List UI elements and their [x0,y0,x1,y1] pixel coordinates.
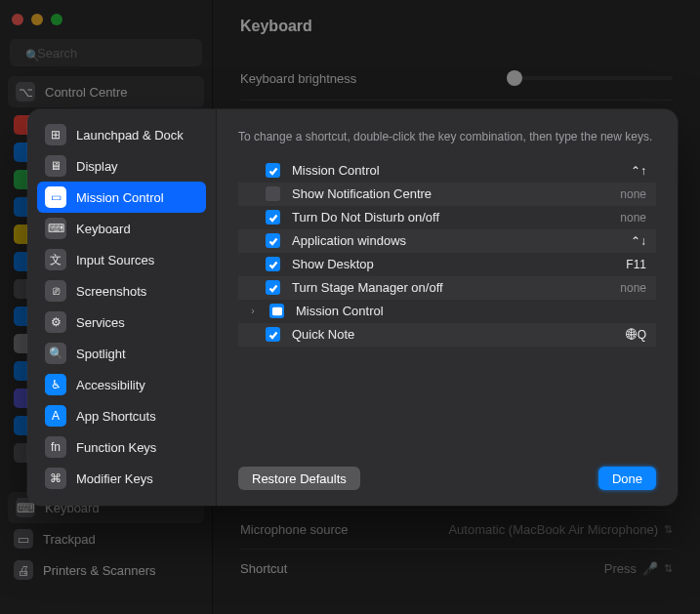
display-icon: 🖥 [45,155,66,177]
category-label: Screenshots [76,284,146,299]
shortcut-checkbox[interactable] [266,327,280,342]
shortcut-row[interactable]: Show DesktopF11 [238,253,656,276]
category-item-display[interactable]: 🖥Display [37,150,206,182]
setting-label: Microphone source [240,522,349,537]
category-label: Mission Control [76,190,164,205]
search-icon: 🔍 [25,49,40,62]
setting-label: Keyboard brightness [240,71,356,86]
accessibility-icon: ♿︎ [45,374,66,395]
category-item-accessibility[interactable]: ♿︎Accessibility [37,369,206,400]
shortcut-value[interactable]: ⌃↑ [631,164,646,178]
shortcut-checkbox[interactable] [266,280,280,295]
close-icon[interactable] [12,14,23,25]
category-label: Accessibility [76,378,145,392]
category-label: Display [76,159,118,174]
setting-value: Press [604,561,637,576]
category-label: App Shortcuts [76,409,156,424]
category-label: Modifier Keys [76,471,153,486]
setting-row-shortcut: Shortcut Press 🎤 ⇅ [240,550,673,588]
shortcut-value[interactable]: 🌐︎Q [626,328,646,342]
shortcut-checkbox[interactable] [266,163,280,178]
shortcut-checkbox[interactable] [266,210,280,225]
shortcut-value[interactable]: ⌃↓ [631,234,646,248]
shortcut-label: Mission Control [296,304,635,318]
shortcut-row[interactable]: Application windows⌃↓ [238,229,656,253]
shortcut-row[interactable]: ›Mission Control [238,300,656,323]
app-shortcuts-icon: A [45,405,66,427]
maximize-icon[interactable] [51,14,62,25]
shortcut-label: Turn Stage Manager on/off [292,280,608,295]
shortcut-value[interactable]: F11 [626,258,646,271]
category-item-spotlight[interactable]: 🔍Spotlight [37,338,206,369]
shortcut-checkbox[interactable] [266,257,280,271]
shortcut-label: Show Notification Centre [292,186,608,201]
category-item-screenshots[interactable]: ⎚Screenshots [37,275,206,307]
shortcut-label: Quick Note [292,327,614,342]
shortcut-label: Application windows [292,233,619,248]
mission-control-icon: ▭ [45,186,66,208]
svg-rect-0 [273,308,281,314]
launchpad-icon: ⊞ [45,124,66,145]
shortcuts-list: Mission Control⌃↑Show Notification Centr… [238,159,656,453]
chevron-updown-icon[interactable]: ⇅ [664,523,673,536]
minimize-icon[interactable] [31,14,43,25]
shortcut-label: Turn Do Not Disturb on/off [292,210,608,225]
chevron-updown-icon[interactable]: ⇅ [664,562,673,575]
shortcuts-main: To change a shortcut, double-click the k… [217,109,678,506]
shortcut-row[interactable]: Mission Control⌃↑ [238,159,656,183]
done-button[interactable]: Done [598,467,656,490]
category-label: Services [76,315,125,330]
sidebar-item-trackpad[interactable]: ▭ Trackpad [0,523,212,554]
shortcut-checkbox[interactable] [266,186,280,201]
shortcut-row[interactable]: Quick Note🌐︎Q [238,323,656,347]
shortcut-value[interactable]: none [620,211,646,225]
category-item-services[interactable]: ⚙Services [37,307,206,338]
shortcut-row[interactable]: Turn Do Not Disturb on/offnone [238,206,656,229]
keyboard-shortcuts-sheet: ⊞Launchpad & Dock🖥Display▭Mission Contro… [27,109,678,506]
shortcut-row[interactable]: Turn Stage Manager on/offnone [238,276,656,300]
shortcut-label: Show Desktop [292,257,614,271]
category-item-launchpad[interactable]: ⊞Launchpad & Dock [37,119,206,150]
category-item-input-sources[interactable]: 文Input Sources [37,244,206,275]
disclosure-icon[interactable]: › [248,306,258,316]
sidebar-item-label: Control Centre [45,85,128,100]
shortcut-value[interactable]: none [620,187,646,201]
category-label: Function Keys [76,440,156,455]
shortcut-value[interactable]: none [620,281,646,295]
brightness-slider[interactable] [507,68,673,88]
keyboard-icon: ⌨ [45,218,66,239]
services-icon: ⚙ [45,311,66,333]
category-item-keyboard[interactable]: ⌨Keyboard [37,213,206,244]
sidebar-item-printers[interactable]: 🖨 Printers & Scanners [0,554,212,586]
category-item-modifier-keys[interactable]: ⌘Modifier Keys [37,463,206,494]
category-label: Input Sources [76,253,154,267]
trackpad-icon: ▭ [14,529,33,549]
setting-row-mic: Microphone source Automatic (MacBook Air… [240,511,673,550]
setting-label: Shortcut [240,561,287,576]
shortcut-label: Mission Control [292,163,619,178]
category-label: Spotlight [76,347,126,361]
folder-icon [269,304,284,318]
window-controls[interactable] [0,8,212,35]
shortcut-checkbox[interactable] [266,233,280,248]
input-sources-icon: 文 [45,249,66,270]
restore-defaults-button[interactable]: Restore Defaults [238,467,360,490]
sidebar-item-label: Trackpad [43,532,96,547]
category-item-mission-control[interactable]: ▭Mission Control [37,182,206,213]
setting-row-brightness: Keyboard brightness [240,57,673,101]
printer-icon: 🖨 [14,560,33,580]
category-item-function-keys[interactable]: fnFunction Keys [37,431,206,463]
category-label: Launchpad & Dock [76,128,184,143]
page-title: Keyboard [240,18,673,35]
shortcut-row[interactable]: Show Notification Centrenone [238,183,656,206]
function-keys-icon: fn [45,436,66,458]
shortcuts-category-sidebar: ⊞Launchpad & Dock🖥Display▭Mission Contro… [27,109,217,506]
screenshots-icon: ⎚ [45,280,66,302]
sidebar-item-label: Printers & Scanners [43,563,156,578]
spotlight-icon: 🔍 [45,343,66,364]
sidebar-item-control-centre[interactable]: ⌥ Control Centre [8,76,204,107]
modifier-keys-icon: ⌘ [45,468,66,489]
category-item-app-shortcuts[interactable]: AApp Shortcuts [37,400,206,431]
category-label: Keyboard [76,222,131,236]
setting-value: Automatic (MacBook Air Microphone) [448,522,658,537]
